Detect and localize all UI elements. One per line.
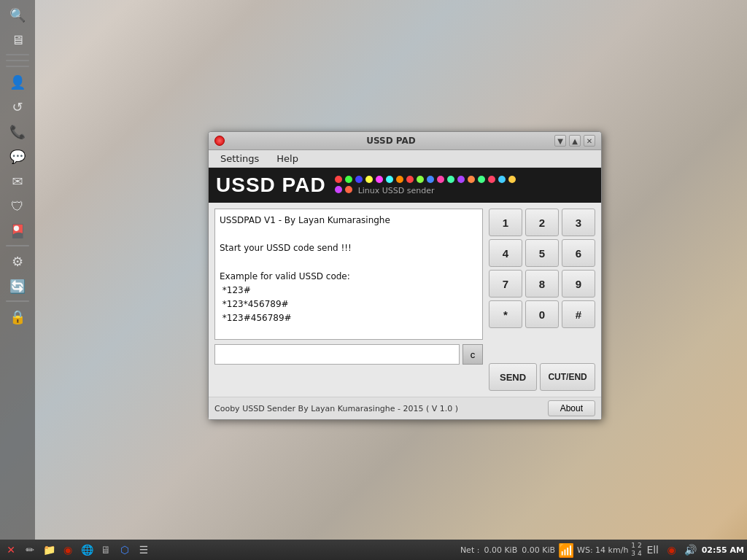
led-dot bbox=[335, 186, 342, 193]
num-btn-9[interactable]: 9 bbox=[562, 270, 595, 298]
profile-icon[interactable]: 👤 bbox=[6, 70, 29, 93]
sidebar-divider-5 bbox=[6, 300, 29, 302]
ws-label: WS: 14 km/h bbox=[577, 545, 628, 555]
banner-subtitle: Linux USSD sender bbox=[358, 186, 435, 195]
window-dismiss-button[interactable]: ✕ bbox=[584, 135, 595, 147]
phone-icon[interactable]: 📞 bbox=[6, 120, 29, 143]
menubar: Settings Help bbox=[209, 150, 601, 168]
clear-button[interactable]: c bbox=[462, 344, 483, 365]
taskbar-browser-icon[interactable]: ◉ bbox=[60, 542, 76, 558]
taskbar-time: 02:55 AM bbox=[702, 545, 744, 555]
led-dot bbox=[498, 176, 506, 183]
taskbar-volume-icon[interactable]: 🔊 bbox=[683, 542, 699, 558]
led-dot bbox=[396, 176, 403, 183]
shield-icon[interactable]: 🛡 bbox=[6, 194, 29, 217]
taskbar-ws-info: WS: 14 km/h bbox=[577, 545, 628, 555]
window-minimize-button[interactable]: ▼ bbox=[554, 135, 566, 147]
taskbar-ell-icon[interactable]: Ell bbox=[645, 542, 661, 558]
num-btn-0[interactable]: 0 bbox=[525, 300, 559, 328]
led-dot bbox=[376, 176, 383, 183]
taskbar-monitor-icon[interactable]: 🖥 bbox=[98, 542, 114, 558]
led-dot bbox=[345, 176, 352, 183]
text-section: USSDPAD V1 - By Layan Kumarasinghe Start… bbox=[214, 209, 483, 391]
main-area: USSDPAD V1 - By Layan Kumarasinghe Start… bbox=[209, 203, 601, 397]
taskbar-browser2-icon[interactable]: ◉ bbox=[664, 542, 680, 558]
banner: USSD PAD Linux USSD sender bbox=[209, 168, 601, 203]
num-btn-8[interactable]: 8 bbox=[525, 270, 559, 298]
statusbar-info: Cooby USSD Sender By Layan Kumarasinghe … bbox=[214, 404, 458, 413]
led-dot bbox=[468, 176, 475, 183]
search-icon[interactable]: 🔍 bbox=[6, 3, 29, 26]
led-dot bbox=[335, 176, 342, 183]
sidebar-divider-1 bbox=[6, 54, 29, 55]
net-down: 0.00 KiB bbox=[484, 545, 517, 555]
sync-icon[interactable]: 🔄 bbox=[6, 274, 29, 298]
taskbar-app-icon[interactable]: ⬡ bbox=[117, 542, 133, 558]
num-btn-hash[interactable]: # bbox=[562, 300, 595, 328]
led-dot bbox=[457, 176, 465, 183]
led-dot bbox=[417, 176, 424, 183]
led-dot bbox=[345, 186, 352, 193]
send-button[interactable]: SEND bbox=[489, 363, 537, 391]
settings-icon[interactable]: ⚙ bbox=[6, 249, 29, 273]
statusbar: Cooby USSD Sender By Layan Kumarasinghe … bbox=[209, 397, 601, 419]
refresh-icon[interactable]: ↺ bbox=[6, 95, 29, 118]
led-dot bbox=[406, 176, 414, 183]
taskbar-net-info: Net : 0.00 KiB 0.00 KiB bbox=[460, 545, 555, 555]
numpad-section: 1 2 3 4 5 6 7 8 9 * 0 # SEND CUT/END bbox=[489, 209, 595, 391]
window-controls: ▼ ▲ ✕ bbox=[554, 135, 595, 147]
sidebar-divider-3 bbox=[6, 66, 29, 67]
led-dot bbox=[427, 176, 434, 183]
sidebar-divider-4 bbox=[6, 245, 29, 246]
menu-settings[interactable]: Settings bbox=[214, 152, 265, 166]
banner-lights: Linux USSD sender bbox=[335, 176, 525, 195]
taskbar-pages: 1 2 3 4 bbox=[631, 542, 641, 558]
action-row: SEND CUT/END bbox=[489, 363, 595, 391]
num-btn-4[interactable]: 4 bbox=[489, 239, 522, 267]
banner-title: USSD PAD bbox=[216, 174, 326, 197]
window-title: USSD PAD bbox=[228, 136, 554, 146]
taskbar-network-icon[interactable]: 🌐 bbox=[79, 542, 95, 558]
net-up: 0.00 KiB bbox=[522, 545, 555, 555]
cut-end-button[interactable]: CUT/END bbox=[540, 363, 595, 391]
ussd-input[interactable] bbox=[214, 344, 460, 365]
numpad: 1 2 3 4 5 6 7 8 9 * 0 # bbox=[489, 209, 595, 359]
num-btn-1[interactable]: 1 bbox=[489, 209, 522, 236]
num-btn-7[interactable]: 7 bbox=[489, 270, 522, 298]
taskbar-wifi-icon[interactable]: 📶 bbox=[558, 542, 574, 558]
lock-icon[interactable]: 🔒 bbox=[6, 305, 29, 328]
sidebar-divider-2 bbox=[6, 60, 29, 61]
num-btn-5[interactable]: 5 bbox=[525, 239, 559, 267]
led-dot bbox=[386, 176, 393, 183]
desktop-icon[interactable]: 🖥 bbox=[6, 28, 29, 51]
card-icon[interactable]: 🎴 bbox=[6, 219, 29, 242]
menu-help[interactable]: Help bbox=[271, 152, 304, 166]
taskbar-folder-icon[interactable]: 📁 bbox=[41, 542, 57, 558]
ussd-pad-window: USSD PAD ▼ ▲ ✕ Settings Help USSD PAD bbox=[208, 131, 602, 420]
window-maximize-button[interactable]: ▲ bbox=[569, 135, 581, 147]
sidebar: 🔍 🖥 👤 ↺ 📞 💬 ✉ 🛡 🎴 ⚙ 🔄 🔒 bbox=[0, 0, 35, 540]
taskbar: ✕ ✏ 📁 ◉ 🌐 🖥 ⬡ ☰ Net : 0.00 KiB 0.00 KiB … bbox=[0, 540, 747, 560]
led-dot bbox=[488, 176, 495, 183]
taskbar-menu-icon[interactable]: ☰ bbox=[136, 542, 152, 558]
mail-icon[interactable]: ✉ bbox=[6, 169, 29, 192]
info-textarea[interactable]: USSDPAD V1 - By Layan Kumarasinghe Start… bbox=[214, 209, 483, 340]
about-button[interactable]: About bbox=[548, 400, 595, 416]
taskbar-close-icon[interactable]: ✕ bbox=[3, 542, 19, 558]
num-btn-2[interactable]: 2 bbox=[525, 209, 559, 236]
window-titlebar: USSD PAD ▼ ▲ ✕ bbox=[209, 132, 601, 150]
led-dot bbox=[437, 176, 444, 183]
num-btn-3[interactable]: 3 bbox=[562, 209, 595, 236]
led-dot bbox=[478, 176, 485, 183]
led-dot bbox=[508, 176, 516, 183]
window-close-button[interactable] bbox=[214, 136, 225, 146]
num-btn-star[interactable]: * bbox=[489, 300, 522, 328]
chat-icon[interactable]: 💬 bbox=[6, 144, 29, 168]
num-btn-6[interactable]: 6 bbox=[562, 239, 595, 267]
input-row: c bbox=[214, 344, 483, 365]
led-dot bbox=[355, 176, 363, 183]
led-dot bbox=[365, 176, 373, 183]
net-label: Net : bbox=[460, 545, 480, 555]
taskbar-pencil-icon[interactable]: ✏ bbox=[22, 542, 38, 558]
led-dot bbox=[447, 176, 454, 183]
